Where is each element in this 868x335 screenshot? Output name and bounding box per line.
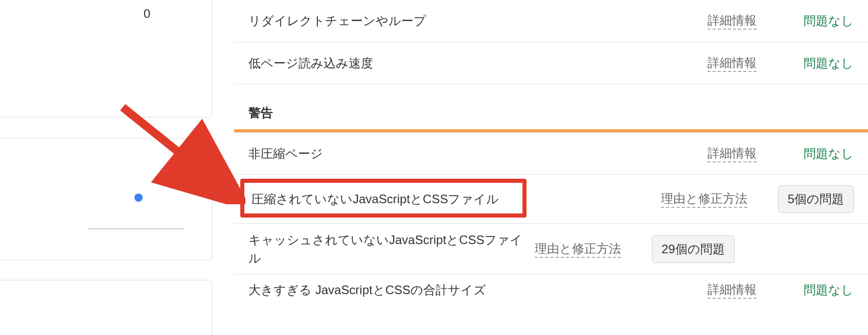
detail-link[interactable]: 詳細情報 bbox=[707, 145, 757, 162]
issue-title: 低ページ読み込み速度 bbox=[248, 54, 707, 73]
sidebar-panel: 0 0 bbox=[0, 0, 215, 335]
chart-axis-line bbox=[87, 228, 185, 229]
issue-count-button[interactable]: 29個の問題 bbox=[652, 235, 735, 263]
issue-title: 非圧縮ページ bbox=[248, 145, 707, 163]
chart-dot-icon bbox=[134, 194, 143, 202]
issue-row: 低ページ読み込み速度 詳細情報 問題なし bbox=[234, 42, 868, 84]
detail-link[interactable]: 理由と修正方法 bbox=[535, 241, 621, 258]
warning-section-header: 警告 bbox=[234, 84, 868, 129]
section-title: 警告 bbox=[248, 105, 854, 121]
status-ok: 問題なし bbox=[787, 146, 854, 162]
issue-title: リダイレクトチェーンやループ bbox=[248, 12, 707, 30]
issue-title: 圧縮されていないJavaScriptとCSSファイル bbox=[248, 190, 661, 208]
warning-row: キャッシュされていないJavaScriptとCSSファイル 理由と修正方法 29… bbox=[234, 223, 868, 274]
warning-row-highlighted: 圧縮されていないJavaScriptとCSSファイル 理由と修正方法 5個の問題 bbox=[234, 174, 868, 223]
stat-row: 0 bbox=[0, 3, 201, 25]
sidebar-card-stats: 0 0 bbox=[0, 0, 212, 117]
issues-panel: リダイレクトチェーンやループ 詳細情報 問題なし 低ページ読み込み速度 詳細情報… bbox=[234, 0, 868, 335]
status-ok: 問題なし bbox=[787, 13, 854, 29]
detail-link[interactable]: 詳細情報 bbox=[707, 281, 757, 299]
stat-value: 0 bbox=[144, 7, 150, 21]
issue-row: リダイレクトチェーンやループ 詳細情報 問題なし bbox=[234, 0, 868, 42]
issue-title: キャッシュされていないJavaScriptとCSSファイル bbox=[248, 231, 535, 268]
sidebar-card-chart bbox=[0, 138, 212, 260]
warning-row: 大きすぎる JavaScriptとCSSの合計サイズ 詳細情報 問題なし bbox=[234, 274, 868, 305]
detail-link[interactable]: 詳細情報 bbox=[707, 55, 757, 72]
detail-link[interactable]: 理由と修正方法 bbox=[661, 190, 747, 208]
warning-row: 非圧縮ページ 詳細情報 問題なし bbox=[234, 132, 868, 174]
detail-link[interactable]: 詳細情報 bbox=[707, 12, 757, 30]
issue-title: 大きすぎる JavaScriptとCSSの合計サイズ bbox=[248, 281, 707, 299]
issue-count-button[interactable]: 5個の問題 bbox=[778, 185, 854, 213]
status-ok: 問題なし bbox=[787, 55, 854, 71]
status-ok: 問題なし bbox=[787, 282, 854, 298]
sidebar-card-3 bbox=[0, 280, 212, 335]
